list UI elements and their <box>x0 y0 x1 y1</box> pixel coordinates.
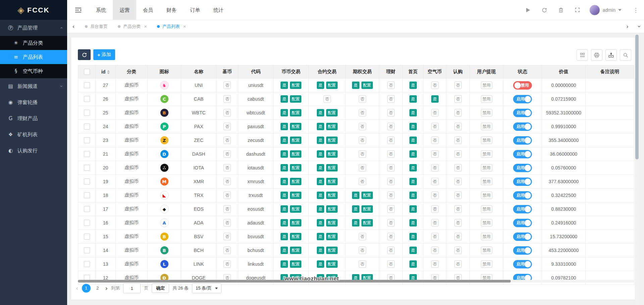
subscribe-no-badge[interactable]: 否 <box>454 192 462 199</box>
status-toggle[interactable]: 启用 <box>513 177 532 186</box>
finance-no-badge[interactable]: 否 <box>387 164 395 171</box>
option-trade-no-badge[interactable]: 否 <box>359 123 366 130</box>
subscribe-no-badge[interactable]: 否 <box>454 137 462 144</box>
contract-trade-yes-badge[interactable]: 是 <box>317 233 324 240</box>
tab-product-category[interactable]: 产品分类× <box>113 20 152 33</box>
finance-no-badge[interactable]: 否 <box>387 219 395 226</box>
home-yes-badge[interactable]: 是 <box>409 205 417 213</box>
withdraw-badge[interactable]: 禁用 <box>481 95 492 103</box>
row-checkbox[interactable] <box>84 123 90 130</box>
status-toggle[interactable]: 启用 <box>513 191 532 200</box>
home-yes-badge[interactable]: 是 <box>409 233 417 240</box>
option-trade-config-badge[interactable]: 配置 <box>361 219 373 226</box>
user-menu[interactable]: admin <box>589 5 622 15</box>
page-button-2[interactable]: 2 <box>93 284 102 293</box>
option-trade-yes-badge[interactable]: 是 <box>352 219 359 226</box>
finance-no-badge[interactable]: 否 <box>387 205 395 213</box>
status-toggle[interactable]: 启用 <box>513 95 532 103</box>
finance-no-badge[interactable]: 否 <box>387 150 395 158</box>
subscribe-no-badge[interactable]: 否 <box>454 164 462 171</box>
table-refresh-button[interactable] <box>78 49 91 60</box>
sidebar-item-product-manage[interactable]: Ⓟ产品管理› <box>0 20 67 36</box>
status-toggle[interactable]: 启用 <box>513 150 532 158</box>
coin-trade-config-badge[interactable]: 配置 <box>290 178 301 185</box>
status-toggle[interactable]: 启用 <box>513 122 532 131</box>
air-coin-no-badge[interactable]: 否 <box>431 247 439 254</box>
page-button-1[interactable]: 1 <box>82 284 91 293</box>
base-no-badge[interactable]: 否 <box>224 192 231 199</box>
air-coin-no-badge[interactable]: 否 <box>431 137 439 144</box>
withdraw-badge[interactable]: 禁用 <box>481 260 492 268</box>
option-trade-yes-badge[interactable]: 是 <box>352 82 359 89</box>
withdraw-badge[interactable]: 禁用 <box>481 82 492 89</box>
base-no-badge[interactable]: 否 <box>224 137 231 144</box>
contract-trade-yes-badge[interactable]: 是 <box>317 178 324 185</box>
contract-trade-config-badge[interactable]: 配置 <box>326 192 338 199</box>
subscribe-no-badge[interactable]: 否 <box>454 123 462 130</box>
vertical-scrollbar-thumb[interactable] <box>635 35 639 159</box>
clear-cache-button[interactable] <box>558 7 563 13</box>
row-checkbox[interactable] <box>84 110 90 116</box>
finance-no-badge[interactable]: 否 <box>387 109 395 116</box>
withdraw-badge[interactable]: 禁用 <box>481 137 492 144</box>
home-yes-badge[interactable]: 是 <box>409 260 417 268</box>
sidebar-item-wealth-products[interactable]: G理财产品 <box>0 110 67 126</box>
contract-trade-config-badge[interactable]: 配置 <box>326 233 338 240</box>
contract-trade-yes-badge[interactable]: 是 <box>317 82 324 89</box>
contract-trade-yes-badge[interactable]: 是 <box>317 109 324 116</box>
option-trade-yes-badge[interactable]: 是 <box>352 205 359 213</box>
topnav-item-system[interactable]: 系统 <box>89 0 113 20</box>
finance-no-badge[interactable]: 否 <box>387 123 395 130</box>
option-trade-no-badge[interactable]: 否 <box>359 178 366 185</box>
home-yes-badge[interactable]: 是 <box>409 95 417 103</box>
row-checkbox[interactable] <box>84 192 90 198</box>
subscribe-no-badge[interactable]: 否 <box>454 260 462 268</box>
next-page-button[interactable]: › <box>105 285 108 292</box>
fullscreen-button[interactable] <box>575 7 580 12</box>
finance-no-badge[interactable]: 否 <box>387 137 395 144</box>
contract-trade-config-badge[interactable]: 配置 <box>326 247 338 254</box>
topnav-item-orders[interactable]: 订单 <box>183 0 207 20</box>
status-toggle[interactable]: 禁用 <box>513 81 532 90</box>
withdraw-badge[interactable]: 禁用 <box>481 150 492 158</box>
contract-trade-config-badge[interactable]: 配置 <box>326 137 338 144</box>
base-no-badge[interactable]: 否 <box>224 123 231 130</box>
coin-trade-yes-badge[interactable]: 是 <box>281 219 288 226</box>
status-toggle[interactable]: 启用 <box>513 246 532 255</box>
base-no-badge[interactable]: 否 <box>224 109 231 116</box>
home-yes-badge[interactable]: 是 <box>409 123 417 130</box>
contract-trade-yes-badge[interactable]: 是 <box>317 219 324 226</box>
search-button[interactable] <box>620 49 631 61</box>
tabs-menu-icon[interactable]: › <box>636 25 643 28</box>
option-trade-no-badge[interactable]: 否 <box>359 233 366 240</box>
withdraw-badge[interactable]: 禁用 <box>481 205 492 213</box>
page-size-select[interactable]: 15 条/页 <box>192 283 221 293</box>
air-coin-no-badge[interactable]: 否 <box>431 164 439 171</box>
subscribe-no-badge[interactable]: 否 <box>454 178 462 185</box>
contract-trade-yes-badge[interactable]: 是 <box>317 205 324 213</box>
withdraw-badge[interactable]: 禁用 <box>481 247 492 254</box>
row-checkbox[interactable] <box>84 82 90 88</box>
air-coin-no-badge[interactable]: 否 <box>431 109 439 116</box>
air-coin-no-badge[interactable]: 否 <box>431 178 439 185</box>
tab-dashboard-home[interactable]: 后台首页 <box>80 20 113 33</box>
contract-trade-yes-badge[interactable]: 是 <box>317 123 324 130</box>
base-no-badge[interactable]: 否 <box>224 247 231 254</box>
subscribe-no-badge[interactable]: 否 <box>454 247 462 254</box>
option-trade-no-badge[interactable]: 否 <box>359 150 366 158</box>
add-button[interactable]: + 添加 <box>93 49 115 60</box>
prev-page-button[interactable]: ‹ <box>76 285 79 292</box>
coin-trade-yes-badge[interactable]: 是 <box>281 178 288 185</box>
refresh-button[interactable] <box>542 7 547 13</box>
option-trade-no-badge[interactable]: 否 <box>359 164 366 171</box>
status-toggle[interactable]: 启用 <box>513 109 532 117</box>
contract-trade-config-badge[interactable]: 配置 <box>326 260 338 268</box>
contract-trade-yes-badge[interactable]: 是 <box>317 164 324 171</box>
row-checkbox[interactable] <box>84 179 90 185</box>
sidebar-item-miner-list[interactable]: ❖矿机列表 <box>0 126 67 143</box>
air-coin-no-badge[interactable]: 否 <box>431 82 439 89</box>
finance-no-badge[interactable]: 否 <box>387 95 395 103</box>
subscribe-no-badge[interactable]: 否 <box>454 233 462 240</box>
withdraw-badge[interactable]: 禁用 <box>481 178 492 185</box>
base-no-badge[interactable]: 否 <box>224 178 231 185</box>
